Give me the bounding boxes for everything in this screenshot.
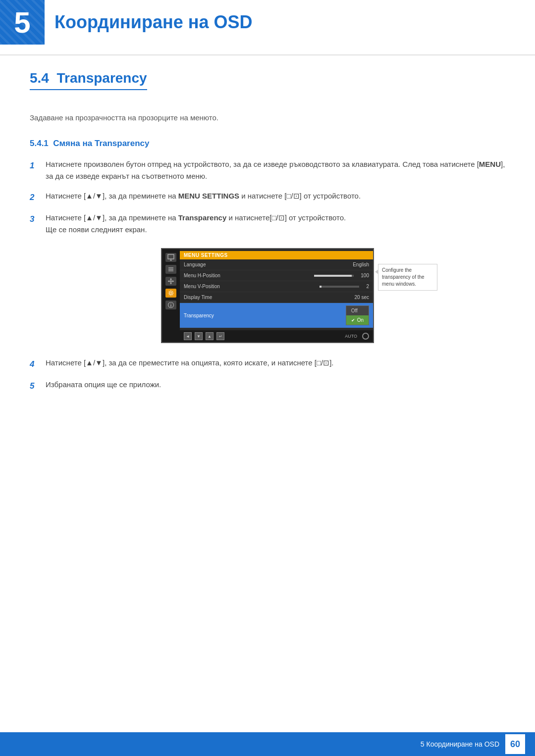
osd-icon-info [165, 301, 176, 309]
osd-value-h-position: 100 [361, 273, 369, 278]
step-text-1: Натиснете произволен бутон отпред на уст… [46, 158, 505, 182]
step-2: 2 Натиснете [▲/▼], за да преминете на ME… [30, 190, 505, 204]
svg-rect-0 [168, 254, 174, 259]
step-text-5: Избраната опция ще се приложи. [46, 379, 505, 391]
step-3: 3 Натиснете [▲/▼], за да преминете на Tr… [30, 212, 505, 236]
osd-row-transparency: Transparency Off ✔ On [180, 303, 373, 328]
step-number-5: 5 [30, 379, 42, 393]
chapter-number-box: 5 [0, 0, 45, 45]
step-text-4: Натиснете [▲/▼], за да се преместите на … [46, 357, 505, 369]
osd-icon-cross [165, 277, 176, 286]
osd-slider-h [314, 275, 354, 277]
step-5: 5 Избраната опция ще се приложи. [30, 379, 505, 393]
osd-label-language: Language [184, 262, 349, 267]
osd-label-v-position: Menu V-Position [184, 284, 317, 289]
osd-menu-title: MENU SETTINGS [180, 251, 373, 259]
osd-screenshot-container: MENU SETTINGS Language English Menu H-Po… [30, 248, 505, 343]
osd-slider-v-fill [320, 286, 321, 288]
footer-chapter-text: 5 Координиране на OSD [421, 740, 499, 748]
osd-screen: MENU SETTINGS Language English Menu H-Po… [161, 248, 374, 343]
osd-icon-monitor [165, 253, 176, 262]
step-text-3: Натиснете [▲/▼], за да преминете на Tran… [46, 212, 505, 236]
osd-btn-enter: ↵ [216, 332, 224, 340]
svg-marker-8 [170, 278, 172, 280]
page-footer: 5 Координиране на OSD 60 [0, 732, 535, 756]
steps-list-2: 4 Натиснете [▲/▼], за да се преместите н… [30, 357, 505, 393]
osd-label-transparency: Transparency [184, 313, 346, 318]
osd-dropdown: Off ✔ On [346, 305, 369, 325]
osd-btn-up: ▲ [206, 332, 214, 340]
svg-point-12 [170, 292, 172, 295]
osd-row-display-time: Display Time 20 sec [180, 292, 373, 303]
osd-bottom-bar: ◄ ▼ ▲ ↵ AUTO [180, 330, 373, 342]
step-number-1: 1 [30, 159, 42, 172]
step-4: 4 Натиснете [▲/▼], за да се преместите н… [30, 357, 505, 371]
osd-icon-gear [165, 289, 176, 298]
osd-slider-h-fill [314, 275, 352, 277]
osd-value-display-time: 20 sec [355, 295, 369, 300]
footer-page-number: 60 [505, 734, 525, 754]
svg-marker-11 [172, 280, 174, 282]
osd-power-btn [362, 333, 369, 340]
svg-marker-9 [170, 283, 172, 284]
steps-list: 1 Натиснете произволен бутон отпред на у… [30, 158, 505, 236]
osd-main: MENU SETTINGS Language English Menu H-Po… [180, 249, 373, 330]
chapter-number: 5 [14, 5, 30, 40]
section-description: Задаване на прозрачността на прозорците … [30, 112, 505, 124]
osd-value-v-position: 2 [366, 284, 369, 289]
chapter-header: 5 Координиране на OSD [0, 0, 535, 55]
osd-tooltip: Configure the transparency of the menu w… [378, 264, 437, 291]
osd-btn-down: ▼ [195, 332, 203, 340]
osd-label-display-time: Display Time [184, 295, 351, 300]
step-number-3: 3 [30, 212, 42, 226]
osd-sidebar [162, 249, 180, 342]
step-number-4: 4 [30, 357, 42, 371]
osd-row-v-position: Menu V-Position 2 [180, 281, 373, 292]
osd-value-language: English [353, 262, 369, 267]
main-content: 5.4 Transparency Задаване на прозрачност… [0, 70, 535, 393]
step-1: 1 Натиснете произволен бутон отпред на у… [30, 158, 505, 182]
osd-row-h-position: Menu H-Position 100 [180, 270, 373, 281]
step-text-2: Натиснете [▲/▼], за да преминете на MENU… [46, 190, 505, 202]
osd-icon-lines [165, 265, 176, 274]
subsection-title: 5.4.1 Смяна на Transparency [30, 139, 505, 149]
svg-marker-10 [168, 280, 169, 282]
section-title: 5.4 Transparency [30, 70, 147, 90]
osd-auto-label: AUTO [345, 334, 357, 339]
chapter-title: Координиране на OSD [54, 12, 252, 33]
osd-btn-left: ◄ [184, 332, 192, 340]
svg-point-15 [170, 303, 171, 304]
osd-option-on: ✔ On [346, 315, 369, 325]
osd-row-language: Language English [180, 259, 373, 270]
osd-slider-v [320, 286, 359, 288]
osd-label-h-position: Menu H-Position [184, 273, 311, 278]
osd-option-off: Off [346, 306, 369, 315]
step-number-2: 2 [30, 191, 42, 204]
